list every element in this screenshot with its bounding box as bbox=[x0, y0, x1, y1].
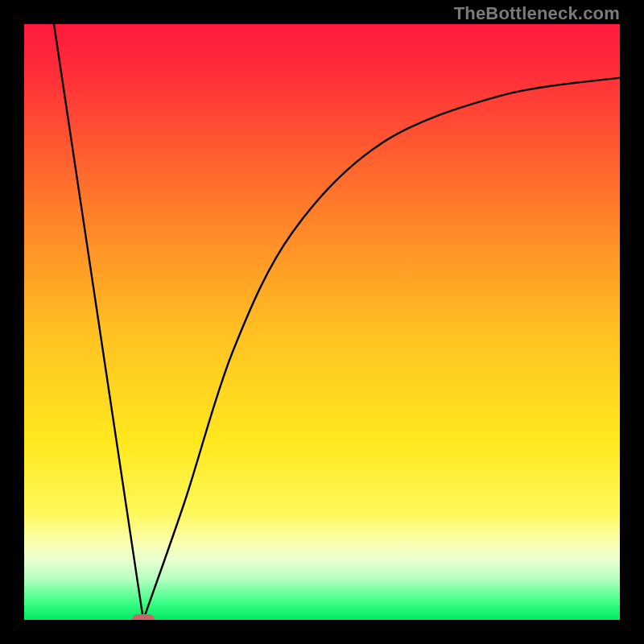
chart-container: TheBottleneck.com bbox=[0, 0, 644, 644]
plot-area bbox=[24, 24, 620, 620]
curve-layer bbox=[24, 24, 620, 620]
attribution-label: TheBottleneck.com bbox=[454, 3, 620, 24]
optimal-marker bbox=[132, 614, 155, 620]
bottleneck-curve bbox=[54, 24, 620, 620]
